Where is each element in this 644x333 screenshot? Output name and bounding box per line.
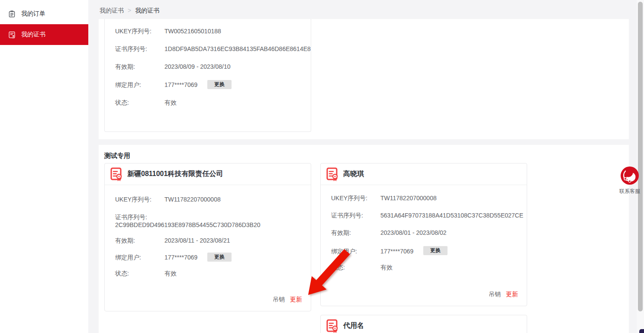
card-title: 代用名 xyxy=(343,321,364,330)
status-label: 状态: xyxy=(331,264,380,271)
bound-user-value: 177****7069 xyxy=(164,81,197,89)
certificate-panel-test: 测试专用 新疆0811001科技有限责任公司 UKEY序列号: TW117822… xyxy=(99,145,629,333)
certificate-card-top: UKEY序列号: TW00521605010188 证书序列号: 1D8DF9A… xyxy=(104,19,311,132)
certificate-user-icon xyxy=(8,31,16,38)
status-label: 状态: xyxy=(115,99,164,106)
cert-serial-label: 证书序列号: xyxy=(115,45,164,53)
ukey-serial-value: TW11782207000008 xyxy=(164,196,221,203)
certificate-panel-formal: UKEY序列号: TW00521605010188 证书序列号: 1D8DF9A… xyxy=(99,19,629,139)
sidebar-item-label: 我的订单 xyxy=(21,10,45,18)
certificate-icon xyxy=(326,167,338,181)
sidebar-item-orders[interactable]: 我的订单 xyxy=(0,3,88,24)
section-title: 测试专用 xyxy=(104,152,130,160)
revoke-link[interactable]: 吊销 xyxy=(273,296,285,304)
order-list-icon xyxy=(8,10,16,18)
certificate-icon xyxy=(326,319,338,333)
card-header: 新疆0811001科技有限责任公司 xyxy=(105,163,311,185)
ukey-serial-label: UKEY序列号: xyxy=(331,195,380,202)
validity-label: 有效期: xyxy=(115,237,164,244)
breadcrumb: 我的证书 > 我的证书 xyxy=(100,6,159,14)
bound-user-label: 绑定用户: xyxy=(115,254,164,261)
bound-user-label: 绑定用户: xyxy=(115,81,164,89)
change-user-button[interactable]: 更换 xyxy=(423,246,448,255)
ukey-serial-value: TW11782207000008 xyxy=(380,195,437,202)
cert-serial-value: 2C99BDED9D496193E8978B54455C730D786D3B20 xyxy=(115,221,260,229)
validity-label: 有效期: xyxy=(331,229,380,237)
certificate-card-alias: 代用名 xyxy=(320,315,527,333)
customer-service-icon xyxy=(620,166,639,185)
cert-serial-label: 证书序列号: xyxy=(331,212,380,219)
card-title: 新疆0811001科技有限责任公司 xyxy=(127,170,223,179)
revoke-link[interactable]: 吊销 xyxy=(489,291,501,298)
breadcrumb-item-parent[interactable]: 我的证书 xyxy=(100,6,124,14)
breadcrumb-item-current: 我的证书 xyxy=(135,6,159,14)
cert-serial-value: 5631A64F97073188A41D53108C37C38D55E027CE xyxy=(380,212,523,219)
contact-service-widget[interactable]: 联系客服 xyxy=(619,166,640,195)
breadcrumb-separator: > xyxy=(128,6,131,14)
ukey-serial-label: UKEY序列号: xyxy=(115,196,164,203)
renew-link[interactable]: 更新 xyxy=(506,291,518,298)
sidebar: 我的订单 我的证书 xyxy=(0,0,88,333)
ukey-serial-value: TW00521605010188 xyxy=(164,28,221,35)
status-value: 有效 xyxy=(380,264,393,271)
status-value: 有效 xyxy=(164,99,177,106)
corner-floating-element[interactable] xyxy=(639,329,644,333)
change-user-button[interactable]: 更换 xyxy=(207,253,232,262)
card-header: 高晓琪 xyxy=(321,163,527,185)
validity-label: 有效期: xyxy=(115,63,164,70)
sidebar-item-certificates[interactable]: 我的证书 xyxy=(0,24,88,45)
certificate-card-company: 新疆0811001科技有限责任公司 UKEY序列号: TW11782207000… xyxy=(104,163,311,311)
validity-value: 2023/08/09 - 2023/08/10 xyxy=(164,63,231,70)
certificate-card-person: 高晓琪 UKEY序列号: TW11782207000008 证书序列号: 563… xyxy=(320,163,527,306)
change-user-button[interactable]: 更换 xyxy=(207,80,232,89)
cert-serial-label: 证书序列号: xyxy=(115,214,164,221)
bound-user-label: 绑定用户: xyxy=(331,248,380,255)
scrollbar-thumb[interactable] xyxy=(638,2,643,311)
status-value: 有效 xyxy=(164,270,177,277)
sidebar-item-label: 我的证书 xyxy=(21,31,45,38)
renew-link[interactable]: 更新 xyxy=(290,296,302,304)
contact-service-label: 联系客服 xyxy=(619,188,640,195)
validity-value: 2023/08/11 - 2023/08/21 xyxy=(164,237,230,244)
ukey-serial-label: UKEY序列号: xyxy=(115,28,164,35)
validity-value: 2023/08/01 - 2023/08/02 xyxy=(380,229,447,237)
bound-user-value: 177****7069 xyxy=(164,254,197,261)
certificate-icon xyxy=(110,167,122,181)
card-header: 代用名 xyxy=(321,315,527,333)
card-title: 高晓琪 xyxy=(343,170,364,179)
status-label: 状态: xyxy=(115,270,164,277)
cert-serial-value: 1D8DF9AB5DA7316EC93B84135FAB46D86E8614E8 xyxy=(164,45,311,53)
bound-user-value: 177****7069 xyxy=(380,248,413,255)
